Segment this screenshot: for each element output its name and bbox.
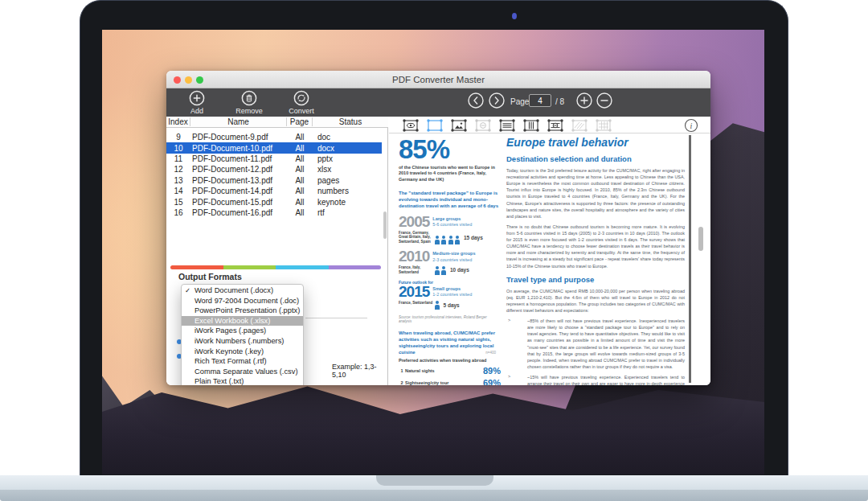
- pdf-heading-2: Travel type and purpose: [506, 275, 685, 284]
- add-label: Add: [177, 108, 217, 115]
- cell-index: 14: [166, 187, 190, 195]
- image-area-icon[interactable]: [450, 118, 468, 136]
- timeline-country-list: France, Italy, Switzerland: [399, 265, 434, 275]
- table-row[interactable]: 13 PDF-Document-13.pdf All pages: [166, 175, 382, 186]
- bullet-text: ~15% will have previous traveling experi…: [518, 374, 685, 385]
- previous-page-button[interactable]: [468, 92, 484, 109]
- cell-name: PDF-Document-12.pdf: [190, 165, 287, 174]
- menu-item-label: Word 97-2004 Document (.doc): [194, 297, 299, 305]
- person-icon: [455, 236, 461, 244]
- table-row-selected[interactable]: 10 PDF-Document-10.pdf All docx: [166, 142, 382, 153]
- menu-item-xlsx-highlighted[interactable]: Excel Workbook (.xlsx): [182, 316, 303, 326]
- pdf-paragraph-2: There is no doubt that Chinese outbound …: [506, 224, 685, 269]
- statement-text: When traveling abroad, CUMC/MAC prefer a…: [399, 331, 495, 355]
- cell-index: 12: [166, 165, 190, 174]
- activity-value: 69%: [469, 378, 501, 385]
- pdf-paragraph-3: On average, the CUMC/MAC spend RMB 10,00…: [506, 288, 685, 314]
- output-format-menu: ✓Word Document (.docx) Word 97-2004 Docu…: [181, 284, 304, 385]
- timeline-year: 2015: [399, 285, 429, 299]
- page-number-input[interactable]: [529, 94, 551, 107]
- output-formats-label: Output Formats: [178, 272, 242, 281]
- menu-item-label: iWork Pages (.pages): [194, 326, 266, 335]
- title-bar[interactable]: PDF Converter Master: [166, 71, 710, 88]
- activity-value: 89%: [469, 366, 501, 376]
- table-rows-icon[interactable]: [498, 118, 516, 136]
- cell-page: All: [287, 176, 313, 185]
- timeline-days: 15 days: [464, 235, 483, 240]
- menu-item-doc[interactable]: Word 97-2004 Document (.doc): [182, 296, 303, 306]
- column-header-name[interactable]: Name: [190, 117, 287, 126]
- menu-item-docx[interactable]: ✓Word Document (.docx): [182, 285, 303, 296]
- remove-button[interactable]: Remove: [229, 90, 269, 115]
- hatch-area-icon-disabled[interactable]: [571, 118, 588, 136]
- next-page-button[interactable]: [489, 92, 505, 109]
- cell-status: keynote: [313, 198, 382, 207]
- webcam-dot: [512, 13, 517, 19]
- exclude-area-icon-disabled[interactable]: [474, 118, 492, 136]
- table-columns-icon[interactable]: [522, 118, 540, 136]
- zoom-out-button[interactable]: [596, 92, 612, 109]
- activity-label: Sightseeing/city tour: [405, 380, 469, 385]
- cell-name: PDF-Document-11.pdf: [190, 154, 287, 163]
- people-icons: 5 days: [434, 301, 460, 310]
- grid-area-icon-disabled[interactable]: [595, 118, 612, 136]
- pdf-statement: The "standard travel package" to Europe …: [399, 190, 501, 209]
- table-scrollbar-thumb[interactable]: [383, 211, 387, 239]
- person-icon: [448, 236, 453, 244]
- menu-item-csv[interactable]: Comma Separate Values (.csv): [182, 367, 303, 377]
- pdf-statement-2: When traveling abroad, CUMC/MAC prefer a…: [399, 330, 501, 355]
- convert-button[interactable]: Convert: [281, 90, 321, 115]
- cell-index: 10: [166, 144, 190, 153]
- table-row[interactable]: 16 PDF-Document-16.pdf All rtf: [166, 207, 382, 218]
- timeline-group: Small groups: [432, 286, 472, 293]
- page-range-divider: [305, 318, 367, 318]
- column-header-page[interactable]: Page: [287, 117, 313, 126]
- timeline-group: Large groups: [432, 216, 472, 223]
- table-row[interactable]: 14 PDF-Document-14.pdf All numbers: [166, 186, 382, 196]
- person-icon: [441, 236, 447, 244]
- table-row[interactable]: 12 PDF-Document-12.pdf All xlsx: [166, 164, 382, 175]
- page-total: / 8: [555, 97, 564, 106]
- cell-name: PDF-Document-13.pdf: [190, 176, 287, 185]
- bullet-text: ~85% of them will not have previous trav…: [518, 318, 685, 370]
- table-row[interactable]: 15 PDF-Document-15.pdf All keynote: [166, 196, 382, 207]
- toolbar: Add Remove Convert Page /: [166, 88, 710, 117]
- zoom-in-button[interactable]: [576, 92, 592, 109]
- timeline-2015: Future outlook for 2015 Small groups1-2 …: [399, 280, 501, 310]
- menu-item-pptx[interactable]: PowerPoint Presentation (.pptx): [182, 306, 303, 316]
- table-row[interactable]: 9 PDF-Document-9.pdf All doc: [166, 132, 382, 142]
- cell-index: 11: [166, 154, 190, 163]
- cell-name: PDF-Document-9.pdf: [190, 133, 287, 142]
- progress-segment: [170, 265, 223, 269]
- menu-item-txt[interactable]: Plain Text (.txt): [182, 376, 303, 385]
- table-row[interactable]: 11 PDF-Document-11.pdf All pptx: [166, 154, 382, 164]
- menu-item-numbers[interactable]: iWork Numbers (.numbers): [182, 336, 303, 347]
- select-area-icon-active[interactable]: [426, 118, 444, 136]
- column-header-status[interactable]: Status: [313, 117, 388, 126]
- preview-scrollbar-thumb[interactable]: [698, 227, 703, 251]
- pdf-preview-panel: i 85% of the Chinese tourists who went t…: [389, 117, 710, 385]
- cell-status: docx: [313, 144, 382, 153]
- activity-rank: 1: [399, 368, 405, 373]
- add-button[interactable]: Add: [177, 90, 217, 115]
- menu-item-label: iWork Numbers (.numbers): [194, 337, 284, 345]
- timeline-countries: 2-3 countries visited: [432, 257, 472, 262]
- person-icon: [434, 301, 440, 310]
- preview-eye-icon[interactable]: [402, 118, 420, 136]
- cell-index: 9: [166, 133, 190, 142]
- cell-status: numbers: [313, 187, 382, 195]
- timeline-countries: 1-2 countries visited: [432, 292, 472, 297]
- page-edge-scroll-track[interactable]: [689, 135, 691, 383]
- info-icon[interactable]: i: [684, 118, 698, 136]
- cell-page: All: [287, 144, 313, 153]
- menu-item-label: Comma Separate Values (.csv): [194, 368, 297, 376]
- column-header-index[interactable]: Index: [166, 117, 190, 126]
- menu-item-pages[interactable]: iWork Pages (.pages): [182, 326, 303, 336]
- bullet-marker: >: [506, 318, 518, 370]
- table-exclude-icon[interactable]: [547, 118, 564, 136]
- menu-item-rtf[interactable]: Rich Text Format (.rtf): [182, 356, 303, 367]
- activity-rank: 2: [399, 380, 405, 385]
- pdf-bullet-1: > ~85% of them will not have previous tr…: [506, 318, 685, 370]
- menu-item-key[interactable]: iWork Keynote (.key): [182, 347, 303, 357]
- timeline-2010: 2010 Medium-size groups2-3 countries vis…: [399, 249, 501, 275]
